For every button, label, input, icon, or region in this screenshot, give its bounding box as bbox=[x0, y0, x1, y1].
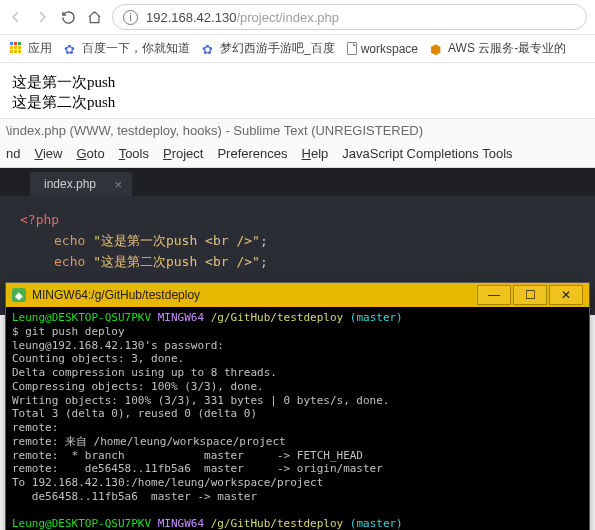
cube-icon: ⬢ bbox=[430, 42, 444, 56]
bookmark-label: workspace bbox=[361, 42, 418, 56]
sublime-tabstrip: index.php × bbox=[0, 168, 595, 196]
paw-icon: ✿ bbox=[202, 42, 216, 56]
code-token: <?php bbox=[20, 212, 59, 227]
menu-goto[interactable]: Goto bbox=[76, 146, 104, 161]
bookmark-label: 应用 bbox=[28, 40, 52, 57]
prompt-path: /g/GitHub/testdeploy bbox=[211, 517, 343, 530]
page-line: 这是第二次push bbox=[12, 93, 583, 113]
code-keyword: echo bbox=[54, 233, 85, 248]
page-line: 这是第一次push bbox=[12, 73, 583, 93]
tab-indexphp[interactable]: index.php × bbox=[30, 172, 132, 196]
reload-icon[interactable] bbox=[60, 9, 76, 25]
terminal-command: git push deploy bbox=[25, 325, 124, 338]
close-icon[interactable]: × bbox=[114, 177, 122, 192]
minimize-button[interactable]: — bbox=[477, 285, 511, 305]
code-keyword: echo bbox=[54, 254, 85, 269]
bookmark-baidu[interactable]: ✿ 百度一下，你就知道 bbox=[64, 40, 190, 57]
prompt-user: Leung@DESKTOP-QSU7PKV bbox=[12, 517, 151, 530]
prompt-env: MINGW64 bbox=[158, 517, 204, 530]
menu-jsc[interactable]: JavaScript Completions Tools bbox=[342, 146, 512, 161]
menu-project[interactable]: Project bbox=[163, 146, 203, 161]
sublime-menubar: nd View Goto Tools Project Preferences H… bbox=[0, 144, 595, 168]
bookmark-workspace[interactable]: workspace bbox=[347, 42, 418, 56]
nav-forward-icon[interactable] bbox=[34, 9, 50, 25]
menu-tools[interactable]: Tools bbox=[119, 146, 149, 161]
browser-toolbar: i 192.168.42.130/project/index.php bbox=[0, 0, 595, 35]
code-string: "这是第一次push <br />" bbox=[93, 233, 260, 248]
prompt-dollar: $ bbox=[12, 325, 19, 338]
terminal-title-text: MINGW64:/g/GitHub/testdeploy bbox=[32, 288, 200, 302]
code-punc: ; bbox=[260, 254, 268, 269]
paw-icon: ✿ bbox=[64, 42, 78, 56]
home-icon[interactable] bbox=[86, 9, 102, 25]
menu-help[interactable]: Help bbox=[302, 146, 329, 161]
site-info-icon[interactable]: i bbox=[123, 10, 138, 25]
prompt-env: MINGW64 bbox=[158, 311, 204, 324]
bookmark-label: 百度一下，你就知道 bbox=[82, 40, 190, 57]
menu-preferences[interactable]: Preferences bbox=[217, 146, 287, 161]
menu-find[interactable]: nd bbox=[6, 146, 20, 161]
bookmark-label: AWS 云服务-最专业的 bbox=[448, 40, 566, 57]
terminal-output: leung@192.168.42.130's password: Countin… bbox=[12, 339, 390, 503]
code-punc: ; bbox=[260, 233, 268, 248]
tab-label: index.php bbox=[44, 177, 96, 191]
url-text: 192.168.42.130/project/index.php bbox=[146, 10, 339, 25]
bookmark-apps[interactable]: 应用 bbox=[10, 40, 52, 57]
bookmark-aws[interactable]: ⬢ AWS 云服务-最专业的 bbox=[430, 40, 566, 57]
bookmark-mhxy[interactable]: ✿ 梦幻西游手游吧_百度 bbox=[202, 40, 335, 57]
document-icon bbox=[347, 42, 357, 55]
address-bar[interactable]: i 192.168.42.130/project/index.php bbox=[112, 4, 587, 30]
page-content: 这是第一次push 这是第二次push bbox=[0, 63, 595, 118]
bookmarks-bar: 应用 ✿ 百度一下，你就知道 ✿ 梦幻西游手游吧_百度 workspace ⬢ … bbox=[0, 35, 595, 63]
nav-back-icon[interactable] bbox=[8, 9, 24, 25]
maximize-button[interactable]: ☐ bbox=[513, 285, 547, 305]
prompt-branch: (master) bbox=[350, 311, 403, 324]
terminal-body[interactable]: Leung@DESKTOP-QSU7PKV MINGW64 /g/GitHub/… bbox=[6, 307, 589, 530]
terminal-window: ◆ MINGW64:/g/GitHub/testdeploy — ☐ ✕ Leu… bbox=[5, 282, 590, 530]
prompt-path: /g/GitHub/testdeploy bbox=[211, 311, 343, 324]
terminal-titlebar[interactable]: ◆ MINGW64:/g/GitHub/testdeploy — ☐ ✕ bbox=[6, 283, 589, 307]
close-button[interactable]: ✕ bbox=[549, 285, 583, 305]
menu-view[interactable]: View bbox=[34, 146, 62, 161]
sublime-titlebar: \index.php (WWW, testdeploy, hooks) - Su… bbox=[0, 118, 595, 144]
bookmark-label: 梦幻西游手游吧_百度 bbox=[220, 40, 335, 57]
terminal-logo-icon: ◆ bbox=[12, 288, 26, 302]
prompt-user: Leung@DESKTOP-QSU7PKV bbox=[12, 311, 151, 324]
code-string: "这是第二次push <br />" bbox=[93, 254, 260, 269]
apps-icon bbox=[10, 42, 24, 56]
prompt-branch: (master) bbox=[350, 517, 403, 530]
